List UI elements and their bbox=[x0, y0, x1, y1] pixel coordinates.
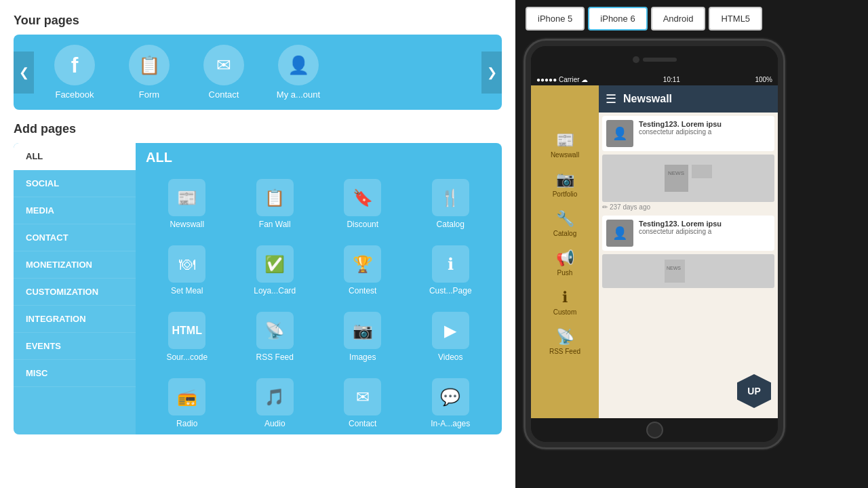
contact2-icon: ✉ bbox=[344, 378, 381, 415]
audio-icon: 🎵 bbox=[256, 378, 294, 415]
svg-rect-1 bbox=[665, 165, 688, 192]
phone-speaker bbox=[643, 58, 677, 62]
page-radio[interactable]: 📻 Radio bbox=[146, 373, 229, 434]
page-inapp-images[interactable]: 💬 In-A...ages bbox=[410, 373, 492, 434]
device-buttons: iPhone 5 iPhone 6 Android HTML5 bbox=[526, 7, 762, 30]
page-fanwall[interactable]: 📋 Fan Wall bbox=[234, 174, 317, 235]
videos-icon: ▶ bbox=[432, 312, 469, 349]
page-label: Audio bbox=[264, 419, 285, 428]
fanwall-icon: 📋 bbox=[256, 179, 294, 216]
news-big-item[interactable]: NEWS ✏ 237 days ago bbox=[602, 155, 774, 212]
sidebar-item-push[interactable]: 📢 Push bbox=[531, 244, 599, 282]
android-button[interactable]: Android bbox=[651, 7, 706, 30]
sidebar-item-label: Portfolio bbox=[553, 190, 578, 198]
battery-text: 100% bbox=[755, 76, 772, 83]
iphone5-button[interactable]: iPhone 5 bbox=[526, 7, 585, 30]
page-label: Radio bbox=[176, 419, 197, 428]
news-text-1: Testing123. Lorem ipsu consectetur adipi… bbox=[639, 120, 770, 136]
newswall-icon: 📰 bbox=[168, 179, 205, 216]
sidebar-item-label: RSS Feed bbox=[549, 348, 580, 355]
page-label: Newswall bbox=[170, 220, 204, 229]
page-label: Contest bbox=[349, 286, 376, 296]
portfolio-sidebar-icon: 📷 bbox=[556, 171, 574, 188]
category-contact[interactable]: CONTACT bbox=[14, 224, 136, 251]
page-videos[interactable]: ▶ Videos bbox=[410, 306, 492, 367]
app-title: Newswall bbox=[623, 93, 672, 105]
setmeal-icon: 🍽 bbox=[168, 245, 205, 283]
page-label: Catalog bbox=[437, 220, 465, 229]
custom-sidebar-icon: ℹ bbox=[562, 289, 568, 306]
page-label: Contact bbox=[349, 419, 376, 428]
carousel-item-myaccount[interactable]: 👤 My a...ount bbox=[264, 45, 332, 100]
app-header: ☰ Newswall bbox=[599, 85, 778, 113]
your-pages-title: Your pages bbox=[14, 14, 502, 28]
category-customization[interactable]: CUSTOMIZATION bbox=[14, 279, 136, 306]
page-contact2[interactable]: ✉ Contact bbox=[321, 373, 404, 434]
page-sourcecode[interactable]: HTML Sour...code bbox=[146, 306, 229, 367]
page-setmeal[interactable]: 🍽 Set Meal bbox=[146, 240, 229, 301]
radio-icon: 📻 bbox=[168, 378, 205, 415]
custompage-icon: ℹ bbox=[432, 245, 469, 283]
news-item-1[interactable]: 👤 Testing123. Lorem ipsu consectetur adi… bbox=[602, 116, 774, 151]
home-button[interactable] bbox=[646, 422, 663, 439]
category-monetization[interactable]: MONETIZATION bbox=[14, 251, 136, 279]
sidebar-item-rssfeed[interactable]: 📡 RSS Feed bbox=[531, 323, 599, 361]
sidebar-item-label: Newswall bbox=[551, 151, 579, 159]
category-misc[interactable]: MISC bbox=[14, 360, 136, 387]
news-excerpt-3: consectetur adipiscing a bbox=[639, 228, 770, 235]
images-icon: 📷 bbox=[344, 312, 381, 349]
page-label: Sour...code bbox=[166, 352, 208, 362]
rssfeed-icon: 📡 bbox=[256, 312, 294, 349]
sidebar-item-portfolio[interactable]: 📷 Portfolio bbox=[531, 165, 599, 203]
category-media[interactable]: MEDIA bbox=[14, 197, 136, 224]
left-panel: Your pages ❮ f Facebook 📋 Form ✉ Contact bbox=[0, 0, 515, 488]
carousel-item-contact[interactable]: ✉ Contact bbox=[190, 45, 258, 100]
news-bottom-image: NEWS bbox=[602, 254, 774, 288]
carousel-item-facebook[interactable]: f Facebook bbox=[41, 45, 108, 100]
page-loyaltycard[interactable]: ✅ Loya...Card bbox=[234, 240, 317, 301]
page-audio[interactable]: 🎵 Audio bbox=[234, 373, 317, 434]
carousel-next-arrow[interactable]: ❯ bbox=[481, 52, 502, 94]
iphone6-button[interactable]: iPhone 6 bbox=[588, 7, 647, 30]
your-pages-carousel: ❮ f Facebook 📋 Form ✉ Contact 👤 My a...o… bbox=[14, 35, 502, 110]
category-events[interactable]: EVENTS bbox=[14, 333, 136, 360]
contest-icon: 🏆 bbox=[344, 245, 381, 283]
html5-button[interactable]: HTML5 bbox=[709, 7, 762, 30]
phone-mockup: ●●●●● Carrier ☁ 10:11 100% 📰 Newswall 📷 … bbox=[526, 41, 783, 447]
carousel-prev-arrow[interactable]: ❮ bbox=[14, 52, 34, 94]
sidebar-item-newswall[interactable]: 📰 Newswall bbox=[531, 126, 599, 164]
page-label: Videos bbox=[438, 352, 462, 362]
carousel-item-form[interactable]: 📋 Form bbox=[115, 45, 183, 100]
category-integration[interactable]: INTEGRATION bbox=[14, 306, 136, 333]
page-rssfeed[interactable]: 📡 RSS Feed bbox=[234, 306, 317, 367]
category-all[interactable]: ALL bbox=[14, 143, 136, 170]
account-icon: 👤 bbox=[278, 45, 319, 85]
sidebar-item-label: Catalog bbox=[553, 230, 576, 237]
news-item-3[interactable]: 👤 Testing123. Lorem ipsu consectetur adi… bbox=[602, 216, 774, 251]
phone-camera bbox=[633, 56, 639, 63]
sourcecode-icon: HTML bbox=[168, 312, 205, 349]
sidebar-item-catalog[interactable]: 🔧 Catalog bbox=[531, 205, 599, 243]
carousel-item-label: My a...ount bbox=[277, 89, 320, 100]
page-contest[interactable]: 🏆 Contest bbox=[321, 240, 404, 301]
add-pages-title: Add pages bbox=[14, 122, 502, 136]
page-discount[interactable]: 🔖 Discount bbox=[321, 174, 404, 235]
news-timestamp: ✏ 237 days ago bbox=[602, 202, 774, 212]
page-custompage[interactable]: ℹ Cust...Page bbox=[410, 240, 492, 301]
time-text: 10:11 bbox=[663, 76, 680, 83]
category-social[interactable]: SOCIAL bbox=[14, 170, 136, 197]
hamburger-icon[interactable]: ☰ bbox=[606, 92, 616, 106]
facebook-icon: f bbox=[54, 45, 95, 85]
page-newswall[interactable]: 📰 Newswall bbox=[146, 174, 229, 235]
news-big-image: NEWS bbox=[602, 155, 774, 202]
pages-grid: 📰 Newswall 📋 Fan Wall 🔖 Discount 🍴 Catal… bbox=[146, 174, 492, 434]
add-pages-container: ALL SOCIAL MEDIA CONTACT MONETIZATION CU… bbox=[14, 143, 502, 434]
page-catalog[interactable]: 🍴 Catalog bbox=[410, 174, 492, 235]
pages-grid-title: ALL bbox=[146, 150, 492, 165]
app-content: 👤 Testing123. Lorem ipsu consectetur adi… bbox=[599, 113, 778, 418]
sidebar-item-custom[interactable]: ℹ Custom bbox=[531, 283, 599, 321]
carousel-item-label: Facebook bbox=[55, 89, 94, 100]
page-images[interactable]: 📷 Images bbox=[321, 306, 404, 367]
contact-icon: ✉ bbox=[203, 45, 244, 85]
page-label: Fan Wall bbox=[259, 220, 291, 229]
